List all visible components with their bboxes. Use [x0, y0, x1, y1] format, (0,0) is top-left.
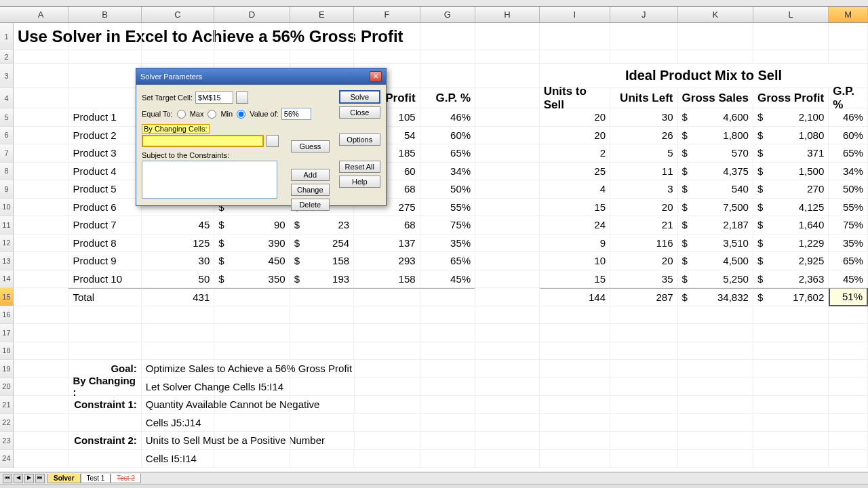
product-name: Product 5 — [68, 180, 141, 199]
tab-nav-first-icon[interactable]: ⏮ — [3, 474, 12, 483]
reset-button[interactable]: Reset All — [339, 161, 380, 173]
c2b-text: Cells I5:I14 — [142, 450, 214, 468]
c1b-text: Cells J5:J14 — [142, 414, 214, 432]
valueof-input[interactable] — [281, 108, 311, 120]
row-hdr[interactable]: 3 — [0, 64, 14, 88]
col-hdr-b[interactable]: B — [68, 7, 141, 22]
col-hdr-f[interactable]: F — [354, 7, 420, 22]
total-label: Total — [68, 288, 141, 306]
row-hdr[interactable]: 5 — [0, 108, 14, 127]
col-gross-profit: Gross Profit — [753, 88, 829, 108]
product-name: Product 1 — [68, 108, 141, 127]
formula-bar — [0, 0, 868, 7]
bychg-text: Let Solver Change Cells I5:I14 — [142, 378, 215, 396]
min-radio[interactable] — [208, 110, 216, 119]
valueof-radio[interactable] — [237, 110, 245, 119]
c1-text: Quantity Available Cannot be Negative — [142, 396, 215, 414]
delete-button[interactable]: Delete — [291, 199, 330, 211]
row-hdr[interactable]: 9 — [0, 180, 14, 199]
c2-text: Units to Sell Must be a Positive Number — [142, 432, 215, 450]
add-button[interactable]: Add — [291, 169, 330, 181]
spreadsheet-grid[interactable]: 1 Use Solver in Excel to Achieve a 56% G… — [0, 23, 868, 468]
col-hdr-g[interactable]: G — [420, 7, 476, 22]
col-gp2: G.P. % — [829, 88, 868, 108]
product-name: Product 2 — [68, 127, 141, 145]
col-hdr-c[interactable]: C — [142, 7, 214, 22]
tab-test1[interactable]: Test 1 — [81, 474, 111, 483]
product-name: Product 10 — [68, 270, 141, 289]
dialog-title-text: Solver Parameters — [140, 73, 202, 81]
goal-text: Optimize Sales to Achieve a 56% Gross Pr… — [142, 360, 215, 378]
guess-button[interactable]: Guess — [291, 140, 330, 152]
row-hdr[interactable]: 1 — [0, 23, 14, 50]
row-hdr[interactable]: 10 — [0, 199, 14, 217]
change-button[interactable]: Change — [291, 184, 330, 196]
row-hdr[interactable]: 2 — [0, 50, 14, 64]
product-name: Product 8 — [68, 235, 141, 253]
col-units-sell: Units to Sell — [540, 88, 610, 108]
ref-picker-icon[interactable] — [267, 135, 279, 147]
product-name: Product 3 — [68, 144, 141, 163]
row-hdr[interactable]: 4 — [0, 88, 14, 108]
product-name: Product 9 — [68, 252, 141, 270]
col-hdr-l[interactable]: L — [753, 7, 829, 22]
col-hdr-m[interactable]: M — [829, 7, 868, 22]
set-target-label: Set Target Cell: — [142, 94, 193, 102]
by-changing-label: By Changing Cells: — [142, 124, 210, 134]
product-name: Product 7 — [68, 216, 141, 235]
tab-nav-last-icon[interactable]: ⏭ — [35, 474, 45, 483]
col-gross-sales: Gross Sales — [678, 88, 753, 108]
col-hdr-a[interactable]: A — [14, 7, 69, 22]
row-hdr[interactable]: 11 — [0, 216, 14, 235]
ref-picker-icon[interactable] — [236, 92, 248, 104]
col-hdr-j[interactable]: J — [610, 7, 677, 22]
product-name: Product 4 — [68, 163, 141, 181]
col-hdr-d[interactable]: D — [214, 7, 290, 22]
row-hdr[interactable]: 12 — [0, 235, 14, 253]
solve-button[interactable]: Solve — [339, 90, 380, 104]
tab-test2[interactable]: Test 2 — [111, 474, 141, 483]
total-m-selected[interactable]: 51% — [829, 288, 868, 306]
row-hdr[interactable]: 14 — [0, 270, 14, 289]
col-hdr-k[interactable]: K — [678, 7, 753, 22]
row-hdr[interactable]: 15 — [0, 288, 14, 306]
total-k: 34,832 — [678, 288, 753, 306]
col-hdr-i[interactable]: I — [540, 7, 610, 22]
dialog-titlebar[interactable]: Solver Parameters ✕ — [136, 68, 386, 85]
row-hdr[interactable]: 7 — [0, 144, 14, 163]
constraints-list[interactable] — [142, 161, 277, 199]
equal-to-label: Equal To: — [142, 110, 173, 118]
solver-dialog[interactable]: Solver Parameters ✕ Solve Close Options … — [136, 68, 387, 206]
total-i: 144 — [540, 288, 610, 306]
tab-nav-prev-icon[interactable]: ◀ — [14, 474, 23, 483]
col-gp: G.P. % — [420, 88, 476, 108]
tab-solver[interactable]: Solver — [47, 474, 81, 483]
close-icon[interactable]: ✕ — [370, 71, 382, 82]
max-radio[interactable] — [177, 110, 186, 119]
page-title: Use Solver in Excel to Achieve a 56% Gro… — [14, 23, 69, 50]
c1-label: Constraint 1: — [68, 396, 141, 414]
close-button[interactable]: Close — [339, 106, 380, 119]
sheet-tabs: ⏮ ◀ ▶ ⏭ Solver Test 1 Test 2 — [0, 472, 868, 484]
row-hdr[interactable]: 6 — [0, 127, 14, 145]
tab-nav-next-icon[interactable]: ▶ — [24, 474, 34, 483]
help-button[interactable]: Help — [339, 176, 380, 188]
column-headers: A B C D E F G H I J K L M — [0, 7, 868, 23]
changing-cells-input[interactable] — [142, 135, 264, 147]
options-button[interactable]: Options — [339, 134, 380, 146]
total-j: 287 — [610, 288, 677, 306]
row-hdr[interactable]: 8 — [0, 163, 14, 181]
bychg-label: By Changing : — [68, 378, 141, 396]
col-hdr-e[interactable]: E — [290, 7, 354, 22]
col-units-left: Units Left — [610, 88, 677, 108]
total-l: 17,602 — [753, 288, 829, 306]
c2-label: Constraint 2: — [68, 432, 141, 450]
product-name: Product 6 — [68, 199, 141, 217]
target-cell-input[interactable] — [195, 92, 233, 104]
total-c: 431 — [142, 288, 214, 306]
scrollbar[interactable] — [0, 484, 868, 488]
row-hdr[interactable]: 13 — [0, 252, 14, 270]
col-hdr-h[interactable]: H — [475, 7, 539, 22]
